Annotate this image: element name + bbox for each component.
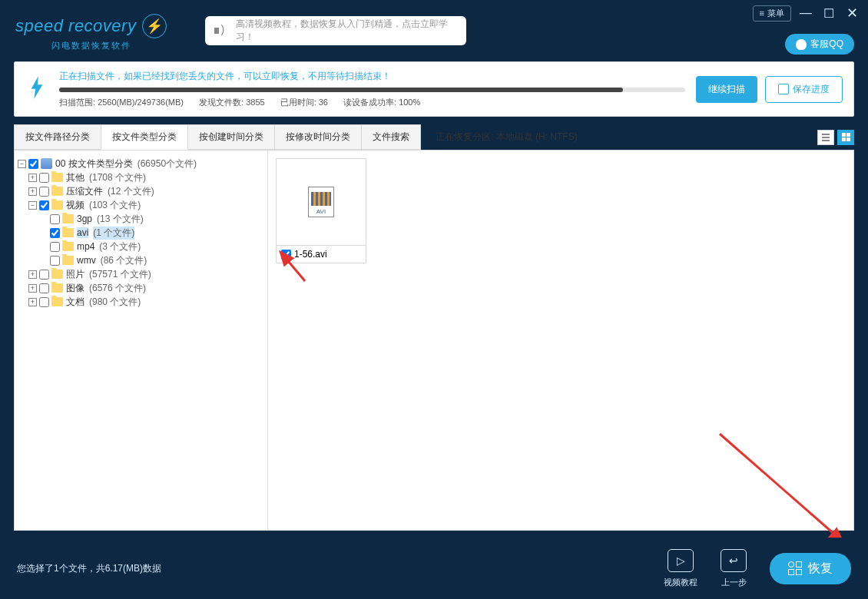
category-tabs: 按文件路径分类 按文件类型分类 按创建时间分类 按修改时间分类 文件搜索 正在恢… xyxy=(14,124,854,150)
elapsed-time: 36 xyxy=(319,98,328,107)
file-grid: 1-56.avi xyxy=(268,151,853,530)
folder-icon xyxy=(51,270,63,279)
customer-service-button[interactable]: 客服QQ xyxy=(785,34,854,55)
video-tutorial-button[interactable]: ▷ 视频教程 xyxy=(664,549,697,588)
tree-checkbox[interactable] xyxy=(50,242,60,252)
tree-checkbox[interactable] xyxy=(28,159,38,169)
tutorial-banner[interactable]: 高清视频教程，数据恢复从入门到精通，点击立即学习！ xyxy=(205,16,466,45)
folder-icon xyxy=(51,187,63,196)
continue-scan-button[interactable]: 继续扫描 xyxy=(696,76,757,103)
tree-checkbox[interactable] xyxy=(50,214,60,224)
scan-progress xyxy=(59,88,685,92)
avi-file-icon xyxy=(308,187,334,217)
minimize-button[interactable]: — xyxy=(797,6,814,20)
titlebar: speed recovery ⚡ 闪电数据恢复软件 高清视频教程，数据恢复从入门… xyxy=(0,0,868,61)
folder-icon xyxy=(51,173,63,182)
file-name: 1-56.avi xyxy=(294,249,327,260)
tab-by-type[interactable]: 按文件类型分类 xyxy=(101,124,188,150)
scan-message: 正在扫描文件，如果已经找到您丢失的文件，可以立即恢复，不用等待扫描结束！ xyxy=(59,70,685,83)
expand-icon[interactable]: + xyxy=(28,298,37,306)
save-icon xyxy=(778,84,789,94)
recover-icon xyxy=(788,561,802,575)
tree-item-archive[interactable]: + 压缩文件 (12 个文件) xyxy=(18,184,264,198)
tree-item-image[interactable]: + 图像 (6576 个文件) xyxy=(18,281,264,295)
bolt-icon: ⚡ xyxy=(142,14,167,38)
tab-by-path[interactable]: 按文件路径分类 xyxy=(14,124,101,150)
tree-item-other[interactable]: + 其他 (1708 个文件) xyxy=(18,170,264,184)
expand-icon[interactable]: + xyxy=(28,270,37,279)
scan-status-panel: 正在扫描文件，如果已经找到您丢失的文件，可以立即恢复，不用等待扫描结束！ 扫描范… xyxy=(14,61,854,117)
play-icon: ▷ xyxy=(677,554,685,567)
close-button[interactable]: ✕ xyxy=(843,5,860,22)
tree-checkbox[interactable] xyxy=(50,256,60,266)
tutorial-text: 高清视频教程，数据恢复从入门到精通，点击立即学习！ xyxy=(236,18,458,44)
tree-item-3gp[interactable]: 3gp (13 个文件) xyxy=(18,212,264,226)
tree-checkbox[interactable] xyxy=(39,200,49,210)
folder-icon xyxy=(62,256,74,265)
list-icon xyxy=(822,134,830,141)
file-item[interactable]: 1-56.avi xyxy=(276,158,366,263)
tree-item-mp4[interactable]: mp4 (3 个文件) xyxy=(18,240,264,253)
category-tree: − 00 按文件类型分类 (66950个文件) + 其他 (1708 个文件) … xyxy=(15,151,268,530)
logo-subtitle: 闪电数据恢复软件 xyxy=(51,40,131,51)
menu-icon: ≡ xyxy=(760,8,764,18)
tree-checkbox[interactable] xyxy=(39,270,49,280)
recover-button[interactable]: 恢复 xyxy=(770,553,851,584)
footer: 您选择了1个文件，共6.17(MB)数据 ▷ 视频教程 ↩ 上一步 恢复 xyxy=(0,538,868,599)
folder-icon xyxy=(62,242,74,251)
folder-icon xyxy=(62,228,74,237)
back-button[interactable]: ↩ 上一步 xyxy=(721,549,747,588)
tab-by-create-time[interactable]: 按创建时间分类 xyxy=(187,124,275,150)
tab-file-search[interactable]: 文件搜索 xyxy=(361,124,421,150)
tree-checkbox[interactable] xyxy=(50,228,60,238)
tree-checkbox[interactable] xyxy=(39,283,49,293)
scan-range-value: 2560(MB)/249736(MB) xyxy=(98,98,184,107)
save-progress-button[interactable]: 保存进度 xyxy=(765,76,843,103)
tree-item-wmv[interactable]: wmv (86 个文件) xyxy=(18,253,264,267)
tab-by-modify-time[interactable]: 按修改时间分类 xyxy=(274,124,362,150)
success-rate: 100% xyxy=(399,98,420,107)
tree-item-video[interactable]: − 视频 (103 个文件) xyxy=(18,198,264,212)
file-checkbox[interactable] xyxy=(281,250,291,260)
tree-root[interactable]: − 00 按文件类型分类 (66950个文件) xyxy=(18,157,264,170)
expand-icon[interactable]: + xyxy=(28,174,37,182)
folder-icon xyxy=(62,214,74,223)
folder-icon xyxy=(51,200,63,210)
expand-icon[interactable]: + xyxy=(28,284,37,293)
app-logo: speed recovery ⚡ 闪电数据恢复软件 xyxy=(15,14,167,51)
tree-checkbox[interactable] xyxy=(39,173,49,183)
tree-item-doc[interactable]: + 文档 (980 个文件) xyxy=(18,295,264,309)
collapse-icon[interactable]: − xyxy=(28,201,37,210)
speaker-icon xyxy=(214,25,227,37)
selection-status: 您选择了1个文件，共6.17(MB)数据 xyxy=(17,562,161,575)
tree-item-avi[interactable]: avi (1 个文件) xyxy=(18,226,264,240)
scan-bolt-icon xyxy=(25,76,48,102)
back-icon: ↩ xyxy=(729,554,738,567)
partition-label: 正在恢复分区: 本地磁盘 (H: NTFS) xyxy=(436,131,578,144)
expand-icon[interactable]: + xyxy=(28,187,37,196)
folder-icon xyxy=(51,297,63,306)
found-count: 3855 xyxy=(246,98,264,107)
folder-icon xyxy=(51,283,63,293)
logo-text: speed recovery xyxy=(15,16,136,36)
collapse-icon[interactable]: − xyxy=(18,160,26,168)
menu-button[interactable]: ≡ 菜单 xyxy=(753,5,791,22)
grid-icon xyxy=(842,133,850,141)
main-content: − 00 按文件类型分类 (66950个文件) + 其他 (1708 个文件) … xyxy=(14,150,854,531)
tree-item-photo[interactable]: + 照片 (57571 个文件) xyxy=(18,267,264,281)
view-list-button[interactable] xyxy=(817,130,834,145)
tree-checkbox[interactable] xyxy=(39,297,49,307)
view-grid-button[interactable] xyxy=(837,130,854,145)
tree-checkbox[interactable] xyxy=(39,187,49,197)
drive-icon xyxy=(41,158,52,169)
qq-icon xyxy=(796,39,807,50)
maximize-button[interactable]: ☐ xyxy=(820,6,837,21)
